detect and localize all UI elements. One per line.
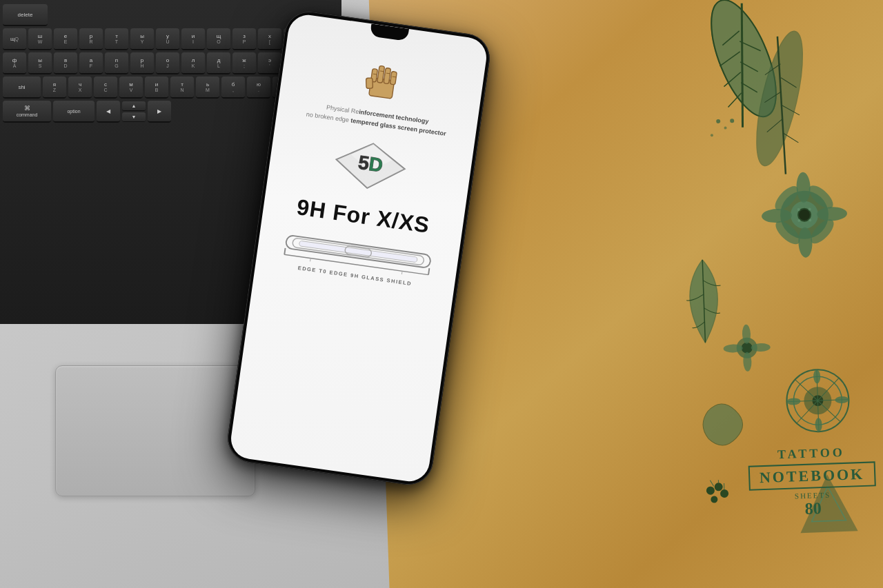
svg-point-50 <box>815 418 822 432</box>
svg-point-59 <box>706 486 715 494</box>
key-w[interactable]: шW <box>28 28 52 50</box>
key-arrow-left-outer[interactable]: ◀ <box>97 101 120 123</box>
key-o[interactable]: щO <box>207 28 230 50</box>
key-quote[interactable]: э' <box>258 52 281 74</box>
svg-line-85 <box>428 268 429 274</box>
svg-line-88 <box>310 258 311 262</box>
key-s[interactable]: ыS <box>28 52 52 74</box>
notebook-text: NOTEBOOK <box>748 461 876 490</box>
key-bracket-left[interactable]: х[ <box>258 28 281 50</box>
key-f[interactable]: аF <box>79 52 103 74</box>
scene: delete щQ шW еE рR тT ыY уU иI щO зP х[ … <box>0 0 883 588</box>
key-e[interactable]: еE <box>54 28 77 50</box>
key-b[interactable]: иB <box>145 77 168 99</box>
key-n[interactable]: тN <box>170 77 194 99</box>
key-d[interactable]: вD <box>54 52 77 74</box>
key-m[interactable]: ьM <box>196 77 219 99</box>
notebook-tattoo-label: TATTOO NOTEBOOK SHEETS 80 <box>747 444 877 520</box>
key-v[interactable]: мV <box>119 77 143 99</box>
svg-point-55 <box>730 119 734 123</box>
key-k[interactable]: лK <box>181 52 205 74</box>
svg-point-53 <box>716 119 720 123</box>
key-period[interactable]: ю. <box>247 77 270 99</box>
fist-icon <box>353 49 412 108</box>
key-q[interactable]: щQ <box>3 28 26 50</box>
key-z[interactable]: яZ <box>43 77 66 99</box>
svg-line-63 <box>710 480 713 487</box>
svg-point-61 <box>720 489 728 498</box>
key-semicolon[interactable]: ж; <box>232 52 256 74</box>
key-j[interactable]: оJ <box>156 52 179 74</box>
svg-point-56 <box>711 134 713 136</box>
badge-5d: 5D 5D <box>329 135 411 197</box>
svg-point-51 <box>786 398 800 405</box>
svg-point-54 <box>724 127 726 130</box>
key-c[interactable]: сC <box>94 77 117 99</box>
trackpad[interactable] <box>55 365 255 496</box>
svg-rect-71 <box>366 78 373 88</box>
key-i[interactable]: иI <box>181 28 205 50</box>
key-arrow-right-outer[interactable]: ▶ <box>148 101 171 123</box>
svg-point-49 <box>813 369 821 383</box>
svg-point-60 <box>715 483 723 491</box>
key-r[interactable]: рR <box>79 28 103 50</box>
svg-point-52 <box>835 396 849 404</box>
key-shift-l[interactable]: shi <box>3 77 41 99</box>
key-arrow-down[interactable]: ▼ <box>122 112 146 122</box>
key-comma[interactable]: б, <box>221 77 245 99</box>
key-delete[interactable]: delete <box>3 4 48 26</box>
key-arrow-up[interactable]: ▲ <box>122 101 146 111</box>
key-g[interactable]: пG <box>105 52 128 74</box>
svg-text:5D: 5D <box>357 152 384 176</box>
key-arrow-up-down: ▲ ▼ <box>122 101 146 122</box>
key-a[interactable]: фA <box>3 52 26 74</box>
svg-rect-70 <box>390 71 397 85</box>
key-u[interactable]: уU <box>156 28 179 50</box>
svg-line-84 <box>284 248 285 254</box>
svg-line-48 <box>795 378 840 423</box>
key-l[interactable]: дL <box>207 52 230 74</box>
key-command[interactable]: ⌘ command <box>3 101 51 123</box>
key-option[interactable]: option <box>53 101 95 123</box>
svg-line-89 <box>401 271 402 274</box>
key-y[interactable]: ыY <box>130 28 154 50</box>
key-x[interactable]: чX <box>68 77 92 99</box>
key-h[interactable]: рH <box>130 52 154 74</box>
key-p[interactable]: зP <box>232 28 256 50</box>
svg-point-62 <box>711 496 717 503</box>
key-t[interactable]: тT <box>105 28 128 50</box>
